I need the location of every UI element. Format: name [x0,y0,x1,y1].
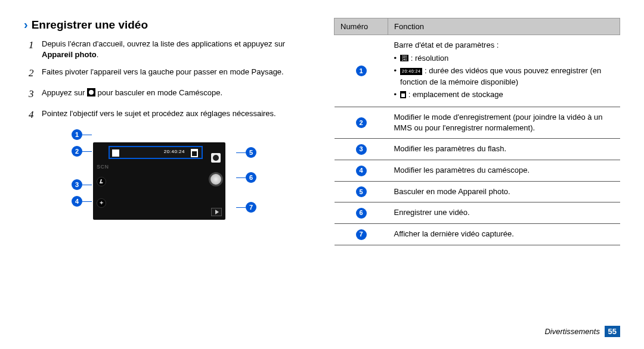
row-num-2: 2 [356,117,367,128]
switch-camera-icon [211,153,221,163]
resolution-icon [112,149,119,157]
callout-4: 4 [72,196,82,207]
page-footer: Divertissements 55 [544,326,620,337]
chevron-icon: › [24,18,28,32]
row-num-1: 1 [356,66,367,76]
callout-6: 6 [246,172,256,183]
table-row: 2 Modifier le mode d'enregistrement (pou… [335,107,620,138]
th-numero: Numéro [335,18,388,35]
step-number: 1 [29,39,42,60]
storage-mini-icon [400,91,406,98]
callout-2: 2 [72,146,82,157]
step-list: 1 Depuis l'écran d'accueil, ouvrez la li… [29,39,310,122]
row3-text: Modifier les paramètres du flash. [388,139,620,160]
row-num-6: 6 [356,208,367,219]
step-3-text-post: pour basculer en mode Caméscope. [95,88,222,97]
table-row: 6 Enregistrer une vidéo. [335,202,620,224]
step-number: 4 [29,108,42,122]
row1-bullet-3: : emplacement de stockage [408,90,503,99]
row1-bullet-1: : résolution [411,54,449,63]
row5-text: Basculer en mode Appareil photo. [388,181,620,202]
row7-text: Afficher la dernière vidéo capturée. [388,224,620,245]
row4-text: Modifier les paramètres du caméscope. [388,160,620,182]
step-1-bold: Appareil photo [42,50,97,59]
step-1-text-post: . [97,50,99,59]
callout-1: 1 [72,129,82,140]
gear-icon [97,198,106,208]
row-num-3: 3 [356,144,367,155]
footer-label: Divertissements [544,327,599,336]
step-1: 1 Depuis l'écran d'accueil, ouvrez la li… [29,39,310,60]
storage-icon [191,149,198,157]
resolution-mini-icon: 320 240 [400,55,408,61]
step-4: 4 Pointez l'objectif vers le sujet et pr… [29,108,310,122]
play-icon [211,208,222,216]
th-fonction: Fonction [388,18,620,35]
step-2: 2 Faites pivoter l'appareil vers la gauc… [29,67,310,80]
step-number: 2 [29,67,42,80]
function-table: Numéro Fonction 1 Barre d'état et de par… [334,18,620,245]
step-2-text: Faites pivoter l'appareil vers la gauche… [42,67,284,80]
table-row: 4 Modifier les paramètres du caméscope. [335,160,620,182]
row1-bullet-2: : durée des vidéos que vous pouvez enreg… [400,66,601,86]
section-heading: › Enregistrer une vidéo [24,18,310,32]
row2-text: Modifier le mode d'enregistrement (pour … [388,107,620,138]
row-num-7: 7 [356,229,367,240]
record-button-icon [209,172,223,186]
step-3: 3 Appuyez sur pour basculer en mode Camé… [29,88,310,101]
step-number: 3 [29,88,42,101]
row-num-5: 5 [356,186,367,197]
callout-5: 5 [246,147,256,158]
status-bar: 20:40:24 [109,146,203,159]
viewfinder: 20:40:24 SCN [93,142,225,220]
row1-intro: Barre d'état et de paramètres : [394,40,499,49]
duration-mini-icon: 20:40:24 [400,68,422,75]
page-number: 55 [605,326,620,337]
row6-text: Enregistrer une vidéo. [388,202,620,224]
step-1-text-pre: Depuis l'écran d'accueil, ouvrez la list… [42,39,285,48]
camcorder-diagram: 1 2 3 4 5 6 7 20:40:24 SCN [72,129,256,236]
status-time: 20:40:24 [164,149,185,154]
step-3-text-pre: Appuyez sur [42,88,87,97]
step-4-text: Pointez l'objectif vers le sujet et proc… [42,108,276,122]
table-row: 1 Barre d'état et de paramètres : •320 2… [335,35,620,107]
callout-3: 3 [72,179,82,190]
heading-text: Enregistrer une vidéo [32,18,148,32]
scn-label: SCN [97,164,109,170]
table-row: 7 Afficher la dernière vidéo capturée. [335,224,620,245]
callout-7: 7 [246,202,256,213]
table-row: 3 Modifier les paramètres du flash. [335,139,620,160]
flash-icon [97,177,106,186]
table-row: 5 Basculer en mode Appareil photo. [335,181,620,202]
row-num-4: 4 [356,166,367,176]
camera-icon [87,88,95,96]
